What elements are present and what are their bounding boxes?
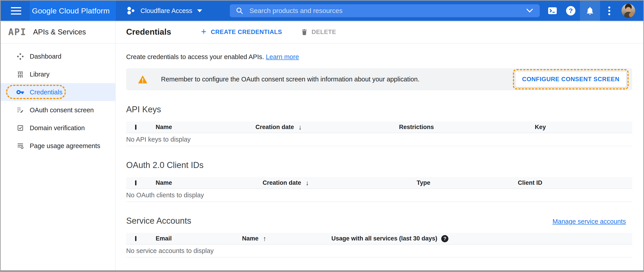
sidebar-item-label: Library	[30, 71, 50, 78]
sidebar-item-page-usage-agreements[interactable]: Page usage agreements	[1, 137, 115, 155]
page-toolbar: Credentials + CREATE CREDENTIALS DELETE	[116, 21, 643, 43]
sidebar-item-credentials[interactable]: Credentials	[1, 83, 115, 101]
column-header-usage[interactable]: Usage with all services (last 30 days) ?	[332, 235, 632, 242]
plus-icon: +	[201, 27, 206, 36]
column-header-name[interactable]: Name	[156, 124, 256, 131]
api-keys-section: API Keys Name Creation date ↓ Restrictio…	[126, 105, 632, 146]
sidebar-item-label: Domain verification	[30, 124, 85, 132]
topbar-actions: ?	[543, 1, 641, 21]
sort-ascending-icon: ↑	[263, 235, 266, 242]
column-header-name[interactable]: Name	[156, 179, 262, 186]
section-title: OAuth 2.0 Client IDs	[126, 160, 204, 170]
consent-warning-banner: Remember to configure the OAuth consent …	[126, 68, 632, 90]
domain-verification-icon	[16, 124, 25, 131]
select-all-checkbox[interactable]	[135, 124, 136, 130]
sidebar: API APIs & Services Dashboard	[1, 21, 116, 270]
select-all-checkbox[interactable]	[135, 180, 136, 185]
column-header-email[interactable]: Email	[156, 235, 242, 242]
account-avatar[interactable]	[622, 4, 635, 18]
column-header-creation-date[interactable]: Creation date ↓	[262, 179, 417, 187]
empty-state-row: No API keys to display	[126, 133, 632, 146]
manage-service-accounts-link[interactable]: Manage service accounts	[552, 218, 626, 225]
table-header-row: Name Creation date ↓ Restrictions Key	[126, 121, 632, 133]
sort-descending-icon: ↓	[298, 123, 302, 131]
oauth-clients-table: Name Creation date ↓ Type Client ID No O…	[126, 177, 632, 202]
cloud-shell-button[interactable]	[543, 1, 562, 21]
help-button[interactable]: ?	[562, 1, 580, 21]
oauth-clients-section: OAuth 2.0 Client IDs Name Creation date …	[126, 160, 632, 202]
help-icon: ?	[566, 6, 576, 16]
sort-descending-icon: ↓	[306, 179, 309, 187]
api-keys-table: Name Creation date ↓ Restrictions Key No…	[126, 121, 632, 146]
sidebar-item-label: Page usage agreements	[30, 142, 100, 150]
warning-icon	[138, 75, 148, 84]
cloud-shell-icon	[547, 6, 558, 16]
trash-icon	[301, 28, 308, 36]
column-header-restrictions[interactable]: Restrictions	[399, 124, 535, 131]
project-name: Cloudflare Access	[140, 7, 192, 15]
column-header-key[interactable]: Key	[535, 124, 632, 131]
agreements-icon	[16, 142, 25, 150]
search-icon	[236, 7, 244, 15]
project-caret-icon	[197, 10, 202, 12]
column-header-creation-date[interactable]: Creation date ↓	[256, 123, 399, 131]
sidebar-item-dashboard[interactable]: Dashboard	[1, 47, 115, 65]
bell-icon	[585, 6, 595, 16]
gcp-console-window: Google Cloud Platform Cloudflare Access …	[0, 0, 644, 272]
sidebar-item-library[interactable]: Library	[1, 65, 115, 83]
main-panel: Credentials + CREATE CREDENTIALS DELETE …	[116, 21, 643, 270]
consent-screen-icon	[16, 106, 25, 114]
sidebar-item-label: Credentials	[30, 89, 62, 96]
column-header-name[interactable]: Name ↑	[242, 235, 332, 242]
annotation-dashed-outline: CONFIGURE CONSENT SCREEN	[513, 69, 628, 89]
product-logo[interactable]: Google Cloud Platform	[30, 1, 116, 21]
sidebar-item-label: Dashboard	[30, 53, 62, 60]
empty-state-row: No OAuth clients to display	[126, 189, 632, 202]
key-icon	[16, 88, 25, 96]
section-title: Service Accounts	[126, 216, 191, 226]
project-hexagons-icon	[126, 6, 136, 16]
intro-text: Create credentials to access your enable…	[126, 53, 632, 61]
search-placeholder: Search products and resources	[250, 7, 526, 15]
service-accounts-section: Service Accounts Manage service accounts…	[126, 216, 632, 257]
menu-icon[interactable]	[11, 7, 21, 15]
more-options-button[interactable]	[600, 1, 618, 21]
dashboard-icon	[16, 52, 25, 60]
sidebar-header: API APIs & Services	[1, 21, 115, 43]
page-title: Credentials	[126, 27, 171, 37]
project-selector[interactable]: Cloudflare Access	[126, 6, 202, 16]
select-all-checkbox[interactable]	[135, 236, 136, 241]
api-logo: API	[8, 27, 26, 37]
empty-state-row: No service accounts to display	[126, 244, 632, 257]
usage-help-icon[interactable]: ?	[441, 235, 448, 242]
sidebar-item-label: OAuth consent screen	[30, 106, 94, 114]
library-icon	[16, 70, 25, 78]
delete-button[interactable]: DELETE	[301, 28, 336, 36]
sidebar-nav: Dashboard Library	[1, 43, 115, 155]
sidebar-item-oauth-consent-screen[interactable]: OAuth consent screen	[1, 101, 115, 119]
search-input[interactable]: Search products and resources	[230, 4, 540, 17]
table-header-row: Email Name ↑ Usage with all services (la…	[126, 233, 632, 244]
learn-more-link[interactable]: Learn more	[266, 53, 299, 60]
create-credentials-button[interactable]: + CREATE CREDENTIALS	[201, 28, 282, 36]
product-name: Google Cloud Platform	[32, 7, 110, 15]
section-title: API Keys	[126, 105, 161, 114]
configure-consent-screen-button[interactable]: CONFIGURE CONSENT SCREEN	[516, 72, 626, 87]
banner-text: Remember to configure the OAuth consent …	[161, 76, 419, 83]
page-content: Create credentials to access your enable…	[116, 43, 643, 257]
table-header-row: Name Creation date ↓ Type Client ID	[126, 177, 632, 189]
column-header-client-id[interactable]: Client ID	[518, 179, 632, 186]
top-navigation-bar: Google Cloud Platform Cloudflare Access …	[1, 1, 643, 21]
sidebar-item-domain-verification[interactable]: Domain verification	[1, 119, 115, 137]
service-accounts-table: Email Name ↑ Usage with all services (la…	[126, 233, 632, 257]
kebab-icon	[608, 7, 610, 15]
notifications-button[interactable]	[580, 1, 600, 21]
sidebar-title: APIs & Services	[33, 28, 86, 36]
search-expand-chevron-icon[interactable]	[526, 7, 534, 14]
column-header-type[interactable]: Type	[417, 179, 518, 186]
